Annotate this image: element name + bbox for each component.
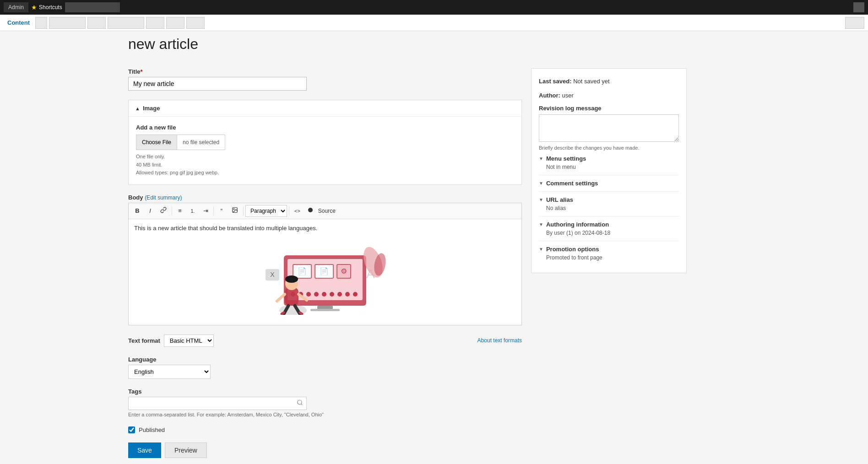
url-alias-section: ▼ URL alias No alias bbox=[539, 192, 679, 216]
preview-button[interactable]: Preview bbox=[165, 442, 207, 458]
body-text: This is a new article that should be tra… bbox=[134, 225, 516, 232]
tags-group: Tags Enter a comma-separated list. For e… bbox=[128, 388, 522, 417]
editor-toolbar: B I ≡ 1. ⇥ bbox=[129, 203, 521, 219]
main-content: Title* ▲ Image Add a new file Choose Fil… bbox=[128, 68, 522, 458]
paragraph-format-select[interactable]: Paragraph bbox=[245, 205, 287, 217]
published-checkbox[interactable] bbox=[128, 426, 135, 433]
image-section-header[interactable]: ▲ Image bbox=[129, 100, 521, 117]
svg-point-13 bbox=[306, 292, 311, 297]
last-saved-meta: Last saved: Not saved yet bbox=[539, 76, 679, 86]
url-alias-value: No alias bbox=[546, 205, 679, 211]
url-alias-label: URL alias bbox=[546, 196, 573, 203]
svg-line-26 bbox=[277, 294, 285, 301]
svg-line-40 bbox=[301, 404, 303, 405]
authoring-chevron: ▼ bbox=[539, 222, 543, 227]
svg-text:📄: 📄 bbox=[320, 267, 329, 275]
svg-point-25 bbox=[285, 275, 298, 283]
toolbar-btn-2[interactable] bbox=[49, 17, 86, 29]
comment-settings-label: Comment settings bbox=[546, 180, 598, 187]
last-saved-label: Last saved: bbox=[539, 78, 572, 85]
topbar-search-input[interactable] bbox=[65, 2, 120, 12]
edit-summary-link[interactable]: (Edit summary) bbox=[145, 194, 182, 201]
svg-point-37 bbox=[271, 262, 274, 265]
menu-settings-section: ▼ Menu settings Not in menu bbox=[539, 151, 679, 175]
content-link[interactable]: Content bbox=[4, 19, 33, 26]
svg-text:📄: 📄 bbox=[298, 267, 307, 275]
toolbar-separator-3 bbox=[243, 206, 244, 216]
toolbar-separator-4 bbox=[289, 206, 289, 216]
topbar-right bbox=[853, 2, 864, 13]
unordered-list-button[interactable]: ≡ bbox=[174, 205, 186, 217]
menu-settings-chevron: ▼ bbox=[539, 156, 543, 161]
sidebar: Last saved: Not saved yet Author: user R… bbox=[531, 68, 687, 458]
body-editor: B I ≡ 1. ⇥ bbox=[128, 203, 522, 325]
tags-label: Tags bbox=[128, 388, 522, 395]
action-buttons: Save Preview bbox=[128, 442, 522, 458]
source-label: Source bbox=[318, 208, 336, 214]
toolbar-separator-1 bbox=[172, 206, 172, 216]
title-required: * bbox=[141, 68, 143, 75]
toolbar-btn-1[interactable] bbox=[35, 17, 47, 29]
comment-settings-section: ▼ Comment settings bbox=[539, 175, 679, 192]
choose-file-button[interactable]: Choose File bbox=[136, 135, 177, 150]
title-label: Title* bbox=[128, 68, 522, 75]
toolbar-btn-6[interactable] bbox=[166, 17, 184, 29]
admin-button[interactable]: Admin bbox=[4, 2, 28, 12]
toolbar-btn-5[interactable] bbox=[146, 17, 164, 29]
author-label: Author: bbox=[539, 92, 560, 99]
file-help: One file only. 40 MB limit. Allowed type… bbox=[136, 153, 514, 177]
tags-help-text: Enter a comma-separated list. For exampl… bbox=[128, 412, 522, 417]
svg-text:X: X bbox=[270, 271, 275, 278]
url-alias-header[interactable]: ▼ URL alias bbox=[539, 196, 679, 203]
source-button[interactable] bbox=[304, 205, 316, 217]
editor-illustration: 📄 📄 ⚙ bbox=[134, 237, 516, 319]
editor-content[interactable]: This is a new article that should be tra… bbox=[129, 219, 521, 325]
text-format-left: Text format Basic HTML bbox=[128, 335, 214, 347]
svg-point-14 bbox=[314, 292, 319, 297]
image-section-body: Add a new file Choose File no file selec… bbox=[129, 117, 521, 184]
svg-point-17 bbox=[337, 292, 342, 297]
language-label: Language bbox=[128, 356, 522, 363]
topbar-user-button[interactable] bbox=[853, 2, 864, 12]
tags-search-icon bbox=[297, 399, 303, 407]
toolbar-btn-4[interactable] bbox=[108, 17, 144, 29]
blockquote-button[interactable]: “ bbox=[216, 205, 228, 217]
svg-point-2 bbox=[308, 208, 313, 212]
authoring-section: ▼ Authoring information By user (1) on 2… bbox=[539, 216, 679, 241]
svg-point-16 bbox=[330, 292, 334, 297]
svg-point-19 bbox=[353, 292, 358, 297]
promotion-options-header[interactable]: ▼ Promotion options bbox=[539, 246, 679, 253]
code-button[interactable]: <> bbox=[291, 205, 304, 217]
italic-button[interactable]: I bbox=[144, 205, 156, 217]
menu-settings-value: Not in menu bbox=[546, 164, 679, 170]
svg-point-18 bbox=[345, 292, 350, 297]
file-name-label: no file selected bbox=[177, 136, 225, 148]
body-section: Body (Edit summary) B I bbox=[128, 194, 522, 325]
toolbar-btn-7[interactable] bbox=[186, 17, 205, 29]
authoring-header[interactable]: ▼ Authoring information bbox=[539, 221, 679, 228]
image-insert-button[interactable] bbox=[228, 205, 241, 217]
ordered-list-button[interactable]: 1. bbox=[187, 205, 199, 217]
language-select[interactable]: English French German Spanish bbox=[128, 365, 211, 379]
text-format-select[interactable]: Basic HTML bbox=[164, 335, 214, 347]
indent-button[interactable]: ⇥ bbox=[200, 205, 212, 217]
about-text-formats-link[interactable]: About text formats bbox=[477, 337, 522, 344]
save-button[interactable]: Save bbox=[128, 442, 161, 458]
tags-input[interactable] bbox=[128, 397, 307, 410]
comment-settings-header[interactable]: ▼ Comment settings bbox=[539, 180, 679, 187]
toolbar-btn-3[interactable] bbox=[87, 17, 106, 29]
body-label: Body (Edit summary) bbox=[128, 194, 522, 201]
shortcuts-button[interactable]: ★ Shortcuts bbox=[31, 4, 62, 11]
link-button[interactable] bbox=[157, 205, 170, 217]
url-alias-chevron: ▼ bbox=[539, 197, 543, 202]
toolbar-separator-2 bbox=[213, 206, 214, 216]
revision-textarea[interactable] bbox=[539, 114, 679, 142]
bold-button[interactable]: B bbox=[131, 205, 143, 217]
svg-point-15 bbox=[322, 292, 326, 297]
published-label[interactable]: Published bbox=[139, 426, 165, 433]
toolbar-save-button[interactable] bbox=[845, 17, 864, 29]
authoring-value: By user (1) on 2024-08-18 bbox=[546, 230, 679, 236]
menu-settings-header[interactable]: ▼ Menu settings bbox=[539, 155, 679, 162]
title-input[interactable] bbox=[128, 77, 307, 91]
image-section: ▲ Image Add a new file Choose File no fi… bbox=[128, 100, 522, 185]
